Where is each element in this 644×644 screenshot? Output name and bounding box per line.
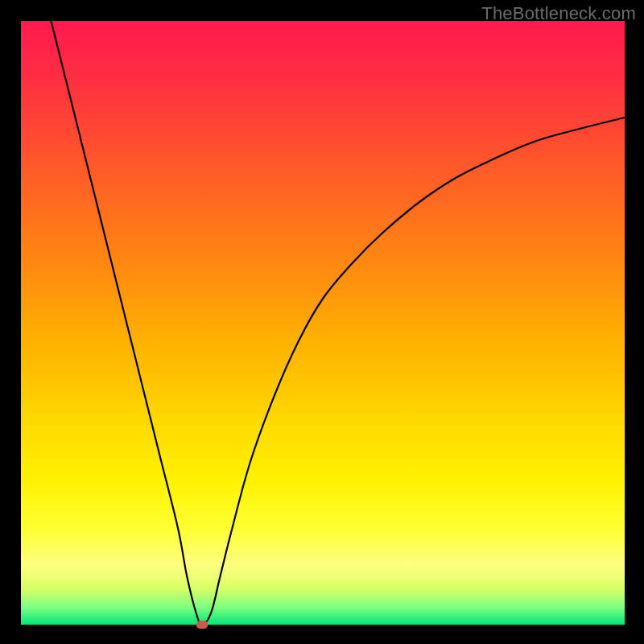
bottleneck-curve bbox=[52, 21, 625, 625]
chart-frame: TheBottleneck.com bbox=[0, 0, 644, 644]
watermark-text: TheBottleneck.com bbox=[481, 3, 636, 24]
curve-svg bbox=[21, 21, 625, 625]
plot-area bbox=[21, 21, 625, 625]
optimum-marker bbox=[196, 621, 208, 629]
